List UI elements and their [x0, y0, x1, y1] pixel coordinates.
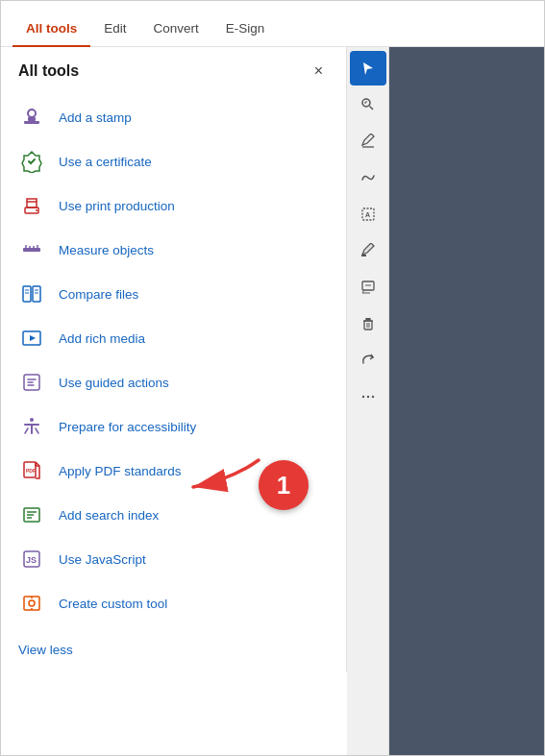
svg-line-35: [369, 107, 373, 110]
svg-rect-11: [23, 286, 31, 302]
svg-text:A: A: [365, 211, 370, 218]
tool-item-custom[interactable]: Create custom tool: [1, 581, 346, 625]
right-sidebar: A: [347, 47, 544, 755]
sidebar-edit-tool[interactable]: [350, 124, 386, 159]
dark-content-area: [389, 47, 544, 755]
tool-label-search-index: Add search index: [59, 508, 159, 523]
sidebar-comment-tool[interactable]: [350, 270, 386, 305]
sidebar-search-tool[interactable]: [350, 87, 386, 122]
tool-item-search-index[interactable]: Add search index: [1, 493, 346, 537]
tab-convert[interactable]: Convert: [140, 12, 212, 47]
svg-point-51: [371, 396, 373, 398]
svg-point-49: [361, 396, 363, 398]
sidebar-more-tool[interactable]: [350, 379, 386, 414]
tab-edit[interactable]: Edit: [90, 12, 139, 47]
tool-item-media[interactable]: Add rich media: [1, 316, 346, 360]
main-area: All tools × Add a st: [1, 47, 544, 755]
compare-icon: [18, 280, 45, 307]
media-icon: [18, 325, 45, 352]
tool-item-compare[interactable]: Compare files: [1, 272, 346, 316]
tool-item-stamp[interactable]: Add a stamp: [1, 95, 346, 139]
sidebar-freehand-tool[interactable]: [350, 160, 386, 195]
tool-label-javascript: Use JavaScript: [59, 552, 146, 567]
tool-item-pdf-standards[interactable]: PDF Apply PDF standards: [1, 449, 346, 493]
tool-label-stamp: Add a stamp: [59, 110, 132, 125]
tool-label-guided: Use guided actions: [59, 376, 169, 390]
left-panel: All tools × Add a st: [1, 47, 347, 672]
svg-rect-0: [24, 121, 39, 124]
svg-point-50: [366, 396, 368, 398]
svg-point-20: [30, 418, 34, 422]
tool-item-javascript[interactable]: JS Use JavaScript: [1, 537, 346, 581]
svg-point-30: [29, 600, 35, 606]
top-nav: All tools Edit Convert E-Sign: [1, 1, 544, 47]
sidebar-redo-tool[interactable]: [350, 343, 386, 378]
close-button[interactable]: ×: [309, 61, 329, 82]
measure-icon: [18, 236, 45, 263]
panel-title: All tools: [18, 62, 79, 80]
js-icon: JS: [18, 546, 45, 573]
panel-header: All tools ×: [1, 47, 346, 91]
tool-label-compare: Compare files: [59, 287, 138, 302]
cert-icon: [18, 148, 45, 175]
svg-rect-44: [364, 321, 372, 329]
svg-rect-12: [33, 286, 40, 302]
tool-item-print[interactable]: Use print production: [1, 183, 346, 228]
svg-point-2: [28, 110, 36, 117]
app-window: All tools Edit Convert E-Sign All tools …: [0, 0, 545, 756]
access-icon: [18, 413, 45, 440]
svg-rect-29: [24, 597, 39, 610]
stamp-icon: [18, 104, 45, 131]
tools-list: Add a stamp Use a certificate: [1, 91, 346, 633]
print-icon: [18, 192, 45, 219]
tool-item-certificate[interactable]: Use a certificate: [1, 139, 346, 183]
panel-wrapper: All tools × Add a st: [1, 47, 347, 755]
tool-label-pdf: Apply PDF standards: [59, 464, 182, 478]
sidebar-highlight-tool[interactable]: [350, 233, 386, 268]
svg-point-5: [36, 209, 37, 211]
svg-rect-4: [27, 202, 37, 207]
tab-all-tools[interactable]: All tools: [12, 12, 90, 47]
sidebar-delete-tool[interactable]: [350, 306, 386, 341]
sidebar-text-tool[interactable]: A: [350, 197, 386, 232]
custom-icon: [18, 590, 45, 617]
tool-label-cert: Use a certificate: [59, 155, 152, 169]
tool-item-accessibility[interactable]: Prepare for accessibility: [1, 404, 346, 449]
tool-sidebar: A: [347, 47, 389, 755]
tool-label-accessibility: Prepare for accessibility: [59, 420, 196, 434]
sidebar-select-tool[interactable]: [350, 51, 386, 85]
tool-label-media: Add rich media: [59, 331, 145, 346]
svg-marker-18: [30, 335, 36, 341]
view-less-link[interactable]: View less: [1, 633, 346, 672]
svg-rect-41: [361, 255, 366, 256]
svg-text:PDF: PDF: [26, 468, 36, 474]
tool-label-print: Use print production: [59, 199, 175, 213]
tool-item-measure[interactable]: Measure objects: [1, 228, 346, 272]
tool-item-guided[interactable]: Use guided actions: [1, 360, 346, 404]
guided-icon: [18, 369, 45, 396]
tab-esign[interactable]: E-Sign: [212, 12, 279, 47]
search-index-icon: [18, 501, 45, 528]
tool-label-custom: Create custom tool: [59, 597, 167, 611]
svg-rect-6: [23, 248, 40, 252]
pdf-icon: PDF: [18, 457, 45, 484]
tool-label-measure: Measure objects: [59, 243, 154, 257]
svg-text:JS: JS: [26, 555, 37, 565]
